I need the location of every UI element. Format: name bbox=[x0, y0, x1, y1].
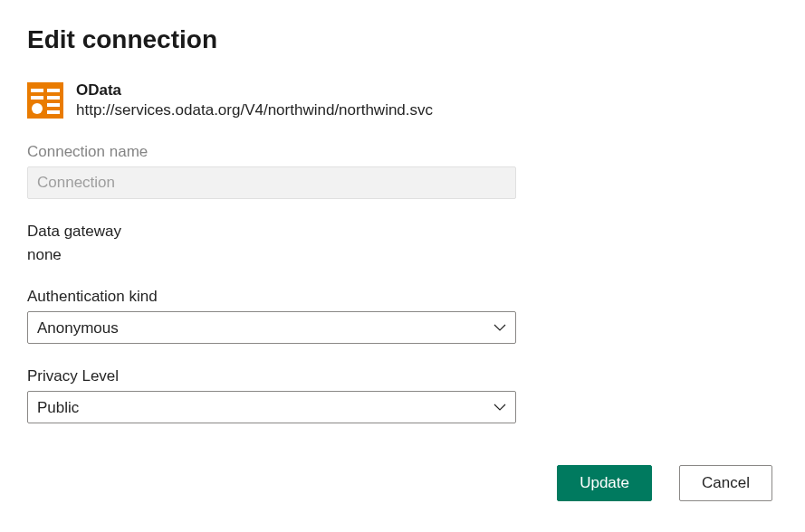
svg-rect-2 bbox=[47, 89, 60, 92]
authentication-kind-group: Authentication kind Anonymous bbox=[27, 288, 778, 344]
svg-rect-1 bbox=[31, 89, 43, 92]
connection-name-group: Connection name bbox=[27, 143, 778, 199]
odata-icon bbox=[27, 82, 63, 119]
cancel-button[interactable]: Cancel bbox=[679, 465, 772, 501]
svg-rect-5 bbox=[47, 103, 60, 107]
data-gateway-group: Data gateway none bbox=[27, 223, 778, 264]
button-row: Update Cancel bbox=[557, 465, 772, 501]
page-title: Edit connection bbox=[27, 25, 778, 54]
authentication-kind-select[interactable]: Anonymous bbox=[27, 311, 516, 344]
update-button[interactable]: Update bbox=[557, 465, 652, 501]
svg-rect-3 bbox=[31, 96, 43, 100]
privacy-level-select[interactable]: Public bbox=[27, 391, 516, 423]
connection-url: http://services.odata.org/V4/northwind/n… bbox=[76, 101, 433, 119]
svg-point-7 bbox=[32, 103, 43, 114]
privacy-level-label: Privacy Level bbox=[27, 367, 778, 385]
privacy-level-group: Privacy Level Public bbox=[27, 367, 778, 423]
connection-header: OData http://services.odata.org/V4/north… bbox=[27, 81, 778, 119]
authentication-kind-label: Authentication kind bbox=[27, 288, 778, 306]
svg-rect-6 bbox=[47, 110, 60, 114]
connection-name-input[interactable] bbox=[27, 166, 516, 199]
connection-name-label: Connection name bbox=[27, 143, 778, 161]
svg-rect-4 bbox=[47, 96, 60, 100]
connection-type: OData bbox=[76, 81, 433, 100]
data-gateway-value: none bbox=[27, 246, 778, 264]
data-gateway-label: Data gateway bbox=[27, 223, 778, 241]
